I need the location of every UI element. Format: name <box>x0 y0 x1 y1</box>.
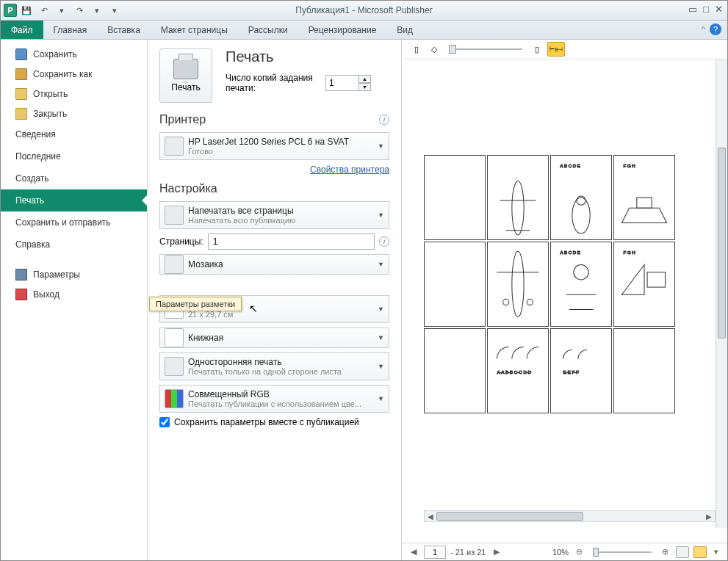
qat-redo-icon[interactable]: ↷ <box>71 2 87 18</box>
zoom-out-button[interactable]: ⊖ <box>573 547 585 557</box>
ruler-toggle-icon[interactable]: ⊢8⊣ <box>547 42 565 57</box>
svg-text:E-E F-F: E-E F-F <box>563 369 580 374</box>
chevron-down-icon: ▼ <box>373 334 384 341</box>
print-range-dropdown[interactable]: Напечатать все страницы Напечатать всю п… <box>159 201 389 229</box>
preview-page: F G H <box>613 155 675 240</box>
preview-slider[interactable] <box>449 48 522 50</box>
tab-review[interactable]: Рецензирование <box>298 21 387 39</box>
prev-page-button[interactable]: ◀ <box>408 547 419 557</box>
pages-input[interactable] <box>208 234 375 250</box>
nav-save[interactable]: Сохранить <box>1 44 147 64</box>
nav-exit[interactable]: Выход <box>1 284 147 304</box>
qat-undo-more-icon[interactable]: ▾ <box>54 2 70 18</box>
first-page-icon[interactable]: ▯ <box>409 42 424 57</box>
svg-text:A-A B-B C-C D-D: A-A B-B C-C D-D <box>497 369 532 374</box>
printer-dropdown[interactable]: HP LaserJet 1200 Series PCL 6 на SVAT Го… <box>159 132 389 160</box>
nav-print[interactable]: Печать <box>1 189 147 211</box>
single-page-view-icon[interactable] <box>676 546 689 558</box>
svg-point-8 <box>512 251 524 317</box>
preview-canvas[interactable]: A B C D E F G H A B C D E F G H A-A B-B … <box>402 59 727 543</box>
open-icon <box>15 88 27 100</box>
tab-mailings[interactable]: Рассылки <box>238 21 298 39</box>
zoom-in-button[interactable]: ⊕ <box>659 547 671 557</box>
options-icon <box>15 269 27 280</box>
svg-text:F G H: F G H <box>624 250 635 255</box>
qat-customize-icon[interactable]: ▾ <box>107 2 123 18</box>
duplex-dropdown[interactable]: Односторонняя печать Печатать только на … <box>159 352 389 380</box>
preview-page-grid: A B C D E F G H A B C D E F G H A-A B-B … <box>424 155 675 413</box>
preview-page <box>424 242 486 327</box>
settings-section-heading: Настройка <box>159 182 217 195</box>
svg-text:F G H: F G H <box>624 163 635 168</box>
preview-toolbar: ▯ ◇ ▯ ⊢8⊣ <box>402 40 727 59</box>
ribbon-tabs: Файл Главная Вставка Макет страницы Расс… <box>1 21 727 40</box>
close-icon <box>15 108 27 120</box>
tab-file[interactable]: Файл <box>1 21 43 39</box>
exit-icon <box>15 289 27 300</box>
svg-point-0 <box>512 181 524 235</box>
app-icon[interactable]: P <box>4 4 17 17</box>
close-button[interactable]: ✕ <box>715 4 723 15</box>
nav-recent[interactable]: Последние <box>1 145 147 167</box>
preview-page: E-E F-F <box>550 328 612 413</box>
minimize-ribbon-icon[interactable]: ^ <box>702 25 705 34</box>
save-settings-checkbox[interactable] <box>159 417 170 427</box>
minimize-button[interactable]: ▭ <box>688 4 697 15</box>
nav-info[interactable]: Сведения <box>1 123 147 145</box>
zoom-slider[interactable] <box>593 551 652 553</box>
svg-point-10 <box>503 299 509 305</box>
current-page-input[interactable] <box>424 546 446 559</box>
qat-redo-more-icon[interactable]: ▾ <box>89 2 105 18</box>
vertical-scrollbar[interactable] <box>716 59 727 528</box>
quick-access-toolbar: P 💾 ↶ ▾ ↷ ▾ ▾ <box>1 2 123 18</box>
nav-open[interactable]: Открыть <box>1 84 147 104</box>
copies-spinner[interactable]: ▲▼ <box>325 75 371 91</box>
tile-icon <box>165 255 184 274</box>
svg-point-11 <box>527 299 533 305</box>
copies-down[interactable]: ▼ <box>359 83 371 91</box>
tab-page-layout[interactable]: Макет страницы <box>151 21 238 39</box>
maximize-button[interactable]: □ <box>703 4 709 15</box>
chevron-down-icon: ▼ <box>373 395 384 402</box>
orientation-dropdown[interactable]: Книжная ▼ <box>159 327 389 348</box>
qat-undo-icon[interactable]: ↶ <box>36 2 52 18</box>
copies-up[interactable]: ▲ <box>359 75 371 83</box>
preview-page <box>613 328 675 413</box>
pages-info-icon[interactable]: i <box>379 236 389 247</box>
zoom-level-label: 10% <box>552 548 569 557</box>
nav-close[interactable]: Закрыть <box>1 104 147 123</box>
printer-section-heading: Принтер <box>159 113 206 126</box>
printer-properties-link[interactable]: Свойства принтера <box>310 164 389 175</box>
print-settings-panel: Печать Печать Число копий задания печати… <box>148 40 401 560</box>
printer-info-icon[interactable]: i <box>379 115 389 125</box>
nav-save-as[interactable]: Сохранить как <box>1 64 147 84</box>
next-page-button[interactable]: ▶ <box>491 547 502 557</box>
nav-new[interactable]: Создать <box>1 167 147 189</box>
slider-handle-icon[interactable]: ◇ <box>427 42 442 57</box>
printer-device-icon <box>165 137 184 156</box>
chevron-down-icon: ▼ <box>373 305 384 313</box>
status-more-icon[interactable]: ▾ <box>711 547 721 557</box>
qat-save-icon[interactable]: 💾 <box>18 2 35 18</box>
preview-status-bar: ◀ - 21 из 21 ▶ 10% ⊖ ⊕ ▾ <box>402 543 727 560</box>
nav-share[interactable]: Сохранить и отправить <box>1 211 147 234</box>
print-heading: Печать <box>226 48 371 65</box>
color-dropdown[interactable]: Совмещенный RGB Печатать публикации с ис… <box>159 385 389 413</box>
multi-page-view-icon[interactable] <box>693 546 707 558</box>
tile-dropdown[interactable]: Мозаика ▼ <box>159 254 389 275</box>
pages-label: Страницы: <box>159 236 203 247</box>
help-icon[interactable]: ? <box>710 23 721 35</box>
print-button[interactable]: Печать <box>159 48 212 103</box>
save-settings-label: Сохранить параметры вместе с публикацией <box>174 417 359 427</box>
preview-page <box>487 242 549 327</box>
copies-input[interactable] <box>325 75 359 91</box>
nav-options[interactable]: Параметры <box>1 264 147 284</box>
pages-icon <box>165 206 184 225</box>
nav-help[interactable]: Справка <box>1 234 147 256</box>
tab-view[interactable]: Вид <box>386 21 423 39</box>
horizontal-scrollbar[interactable]: ◀▶ <box>424 510 716 522</box>
tab-home[interactable]: Главная <box>43 21 98 39</box>
layout-options-tooltip: Параметры разметки <box>149 297 242 311</box>
page-count-icon[interactable]: ▯ <box>530 42 544 57</box>
tab-insert[interactable]: Вставка <box>97 21 151 39</box>
